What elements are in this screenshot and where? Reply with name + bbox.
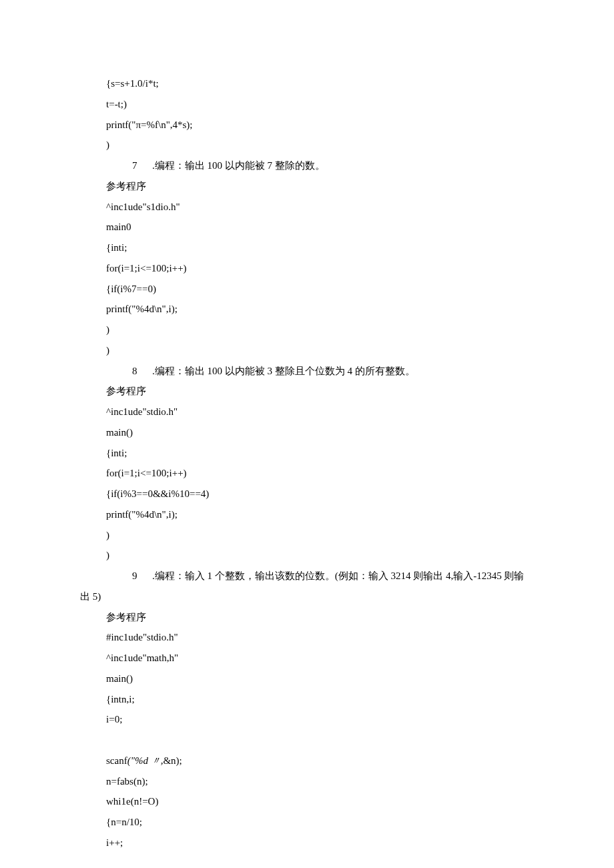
- code-line: n=fabs(n);: [80, 771, 534, 792]
- code-line: ): [80, 135, 534, 155]
- code-line: printf("%4d\n",i);: [80, 504, 534, 525]
- question-text: .编程：输出 100 以内能被 3 整除且个位数为 4 的所有整数。: [152, 366, 415, 376]
- question-number: 8: [106, 361, 137, 382]
- code-line: ): [80, 340, 534, 361]
- code-line: t=-t;): [80, 94, 534, 115]
- code-line: main(): [80, 669, 534, 689]
- document-page: {s=s+1.0/i*t; t=-t;) printf("π=%f\n",4*s…: [0, 0, 614, 868]
- question-9-title: 9.编程：输入 1 个整数，输出该数的位数。(例如：输入 3214 则输出 4,…: [80, 566, 534, 586]
- code-line: ^inc1ude"math,h": [80, 648, 534, 669]
- reference-label: 参考程序: [80, 607, 534, 628]
- blank-line: [80, 730, 534, 751]
- code-line: whi1e(n!=O): [80, 791, 534, 812]
- text: &n);: [163, 755, 182, 766]
- code-line: printf("π=%f\n",4*s);: [80, 115, 534, 135]
- code-line: {n=n/10;: [80, 812, 534, 833]
- code-line: printf("%4d\n",i);: [80, 299, 534, 320]
- italic-text: ("%d 〃,: [127, 755, 164, 766]
- code-line: i++;: [80, 833, 534, 853]
- code-line: {intn,i;: [80, 689, 534, 710]
- question-7-title: 7.编程：输出 100 以内能被 7 整除的数。: [80, 155, 534, 176]
- code-line: ): [80, 525, 534, 546]
- code-line: i=0;: [80, 709, 534, 730]
- code-line: ): [80, 320, 534, 340]
- code-line: main(): [80, 422, 534, 443]
- code-line: {s=s+1.0/i*t;: [80, 73, 534, 94]
- question-text: .编程：输入 1 个整数，输出该数的位数。(例如：输入 3214 则输出 4,输…: [152, 570, 525, 581]
- code-line: main0: [80, 217, 534, 238]
- code-line: {if(i%3==0&&i%10==4): [80, 484, 534, 504]
- code-line: ^inc1ude"s1dio.h": [80, 197, 534, 218]
- code-line: for(i=1;i<=100;i++): [80, 258, 534, 279]
- text: scanf: [106, 755, 127, 766]
- code-line: {inti;: [80, 443, 534, 464]
- code-line: ): [80, 545, 534, 566]
- code-line: {inti;: [80, 238, 534, 258]
- question-text: .编程：输出 100 以内能被 7 整除的数。: [152, 160, 325, 171]
- reference-label: 参考程序: [80, 381, 534, 402]
- code-line: {if(i%7==0): [80, 279, 534, 300]
- code-line: #inc1ude"stdio.h": [80, 627, 534, 648]
- question-9-continuation: 出 5): [80, 586, 534, 607]
- code-line-scanf: scanf("%d 〃,&n);: [80, 751, 534, 771]
- question-number: 9: [106, 566, 137, 586]
- code-line: for(i=1;i<=100;i++): [80, 463, 534, 484]
- code-line: ^inc1ude"stdio.h": [80, 402, 534, 422]
- reference-label: 参考程序: [80, 176, 534, 197]
- question-number: 7: [106, 155, 137, 176]
- question-8-title: 8.编程：输出 100 以内能被 3 整除且个位数为 4 的所有整数。: [80, 361, 534, 382]
